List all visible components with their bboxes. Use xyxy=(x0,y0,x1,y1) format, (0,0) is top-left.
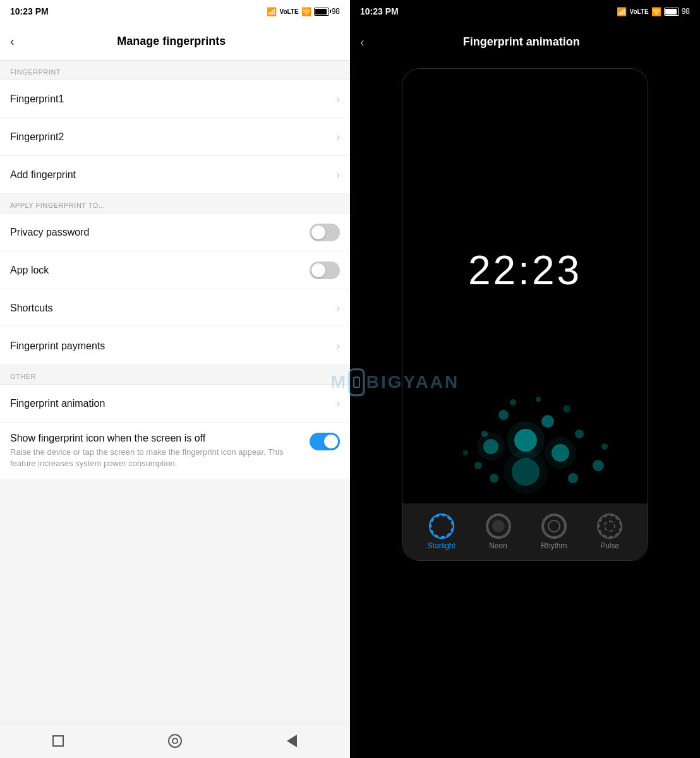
svg-point-16 xyxy=(490,474,498,483)
right-lte-icon: VoLTE xyxy=(629,8,648,15)
fingerprint2-label: Fingerprint2 xyxy=(10,131,337,143)
neon-tab-icon xyxy=(486,514,511,539)
fingerprint-payments-chevron-icon: › xyxy=(337,340,340,352)
watermark-phone-screen xyxy=(353,376,360,388)
left-page-title: Manage fingerprints xyxy=(22,35,321,48)
right-header: ‹ Fingerprint animation xyxy=(350,23,700,61)
clock-display: 22:23 xyxy=(468,247,582,294)
svg-point-19 xyxy=(477,433,505,460)
nav-home-icon xyxy=(167,733,183,749)
battery-percent: 98 xyxy=(332,7,340,16)
right-status-time: 10:23 PM xyxy=(360,6,399,16)
svg-point-1 xyxy=(541,415,554,428)
animation-tabs: Starlight Neon Rhythm xyxy=(402,503,648,560)
wifi-icon: 🛜 xyxy=(301,7,311,16)
section-apply-label: APPLY FINGERPRINT TO... xyxy=(0,194,350,214)
right-battery-fill xyxy=(665,9,677,15)
right-status-icons: 📶 VoLTE 🛜 98 xyxy=(617,7,690,16)
add-fingerprint-item[interactable]: Add fingerprint › xyxy=(0,156,350,194)
svg-point-5 xyxy=(575,430,584,438)
tab-rhythm[interactable]: Rhythm xyxy=(541,514,567,550)
svg-point-15 xyxy=(568,473,578,483)
starlight-tab-label: Starlight xyxy=(428,541,456,550)
starlight-icon xyxy=(430,515,453,538)
tab-pulse[interactable]: Pulse xyxy=(597,514,622,550)
app-lock-toggle-track xyxy=(310,262,340,279)
pulse-icon xyxy=(598,515,621,538)
fingerprint-animation-chevron-icon: › xyxy=(337,398,340,409)
pulse-inner xyxy=(604,520,615,532)
privacy-password-toggle-thumb xyxy=(311,226,325,239)
right-signal-icon: 📶 xyxy=(617,7,627,16)
show-fingerprint-icon-item[interactable]: Show fingerprint icon when the screen is… xyxy=(0,423,350,480)
section-fingerprint-label: FINGERPRINT xyxy=(0,61,350,80)
show-fingerprint-icon-label: Show fingerprint icon when the screen is… xyxy=(10,433,302,444)
app-lock-toggle[interactable] xyxy=(310,262,340,279)
phone-screen: 22:23 xyxy=(402,69,648,560)
rhythm-inner xyxy=(548,520,560,532)
nav-home-button[interactable] xyxy=(162,728,188,754)
show-fingerprint-icon-toggle-thumb xyxy=(324,435,338,448)
neon-tab-label: Neon xyxy=(489,541,507,550)
show-fingerprint-icon-toggle[interactable] xyxy=(310,433,340,450)
left-spacer xyxy=(0,480,350,723)
svg-point-20 xyxy=(504,450,548,494)
neon-icon xyxy=(487,515,510,538)
left-header: ‹ Manage fingerprints xyxy=(0,23,350,61)
right-battery-icon xyxy=(664,8,679,16)
section-other-label: OTHER xyxy=(0,365,350,385)
fingerprint-animation-item[interactable]: Fingerprint animation › xyxy=(0,385,350,423)
fingerprint2-chevron-icon: › xyxy=(337,131,340,143)
rhythm-icon xyxy=(543,515,565,538)
right-battery-percent: 98 xyxy=(682,7,690,16)
left-nav-bar xyxy=(0,723,350,758)
add-fingerprint-chevron-icon: › xyxy=(337,169,340,181)
show-fingerprint-icon-toggle-track xyxy=(310,433,340,450)
neon-inner-circle xyxy=(492,520,505,532)
svg-point-9 xyxy=(510,399,516,406)
app-lock-label: App lock xyxy=(10,265,310,276)
left-back-button[interactable]: ‹ xyxy=(10,34,15,49)
privacy-password-item[interactable]: Privacy password xyxy=(0,214,350,251)
signal-icon: 📶 xyxy=(267,7,277,16)
pulse-tab-icon xyxy=(597,514,622,539)
privacy-password-label: Privacy password xyxy=(10,227,310,238)
show-fingerprint-icon-text-group: Show fingerprint icon when the screen is… xyxy=(10,433,302,469)
fingerprint1-chevron-icon: › xyxy=(337,93,340,105)
privacy-password-toggle-track xyxy=(310,224,340,241)
shortcuts-label: Shortcuts xyxy=(10,303,337,314)
fingerprint-animation-label: Fingerprint animation xyxy=(10,398,337,409)
right-status-bar: 10:23 PM 📶 VoLTE 🛜 98 xyxy=(350,0,700,23)
svg-point-7 xyxy=(593,460,604,471)
right-page-title: Fingerprint animation xyxy=(372,35,671,49)
fingerprint1-item[interactable]: Fingerprint1 › xyxy=(0,80,350,118)
shortcuts-chevron-icon: › xyxy=(337,303,340,314)
fingerprint-payments-item[interactable]: Fingerprint payments › xyxy=(0,327,350,365)
right-wifi-icon: 🛜 xyxy=(651,7,661,16)
svg-point-14 xyxy=(463,450,468,455)
pulse-tab-label: Pulse xyxy=(600,541,619,550)
app-lock-item[interactable]: App lock xyxy=(0,251,350,289)
rhythm-tab-label: Rhythm xyxy=(541,541,567,550)
tab-neon[interactable]: Neon xyxy=(486,514,511,550)
starlight-tab-icon xyxy=(429,514,454,539)
fingerprint-payments-label: Fingerprint payments xyxy=(10,340,337,352)
show-fingerprint-icon-subtext: Raise the device or tap the screen to ma… xyxy=(10,447,302,469)
privacy-password-toggle[interactable] xyxy=(310,224,340,241)
phone-mockup: 22:23 xyxy=(402,68,648,561)
nav-recent-button[interactable] xyxy=(45,728,71,754)
svg-point-18 xyxy=(545,437,576,469)
svg-point-6 xyxy=(474,462,482,469)
svg-point-10 xyxy=(536,397,541,402)
app-lock-toggle-thumb xyxy=(311,263,325,277)
watermark-phone-icon xyxy=(350,368,365,396)
right-back-button[interactable]: ‹ xyxy=(360,35,365,49)
left-status-time: 10:23 PM xyxy=(10,6,49,16)
tab-starlight[interactable]: Starlight xyxy=(428,514,456,550)
nav-back-button[interactable] xyxy=(279,728,305,754)
battery-icon xyxy=(314,8,329,16)
left-panel: 10:23 PM 📶 VoLTE 🛜 98 ‹ Manage fingerpri… xyxy=(0,0,350,758)
left-status-icons: 📶 VoLTE 🛜 98 xyxy=(267,7,340,16)
shortcuts-item[interactable]: Shortcuts › xyxy=(0,289,350,327)
fingerprint2-item[interactable]: Fingerprint2 › xyxy=(0,118,350,156)
